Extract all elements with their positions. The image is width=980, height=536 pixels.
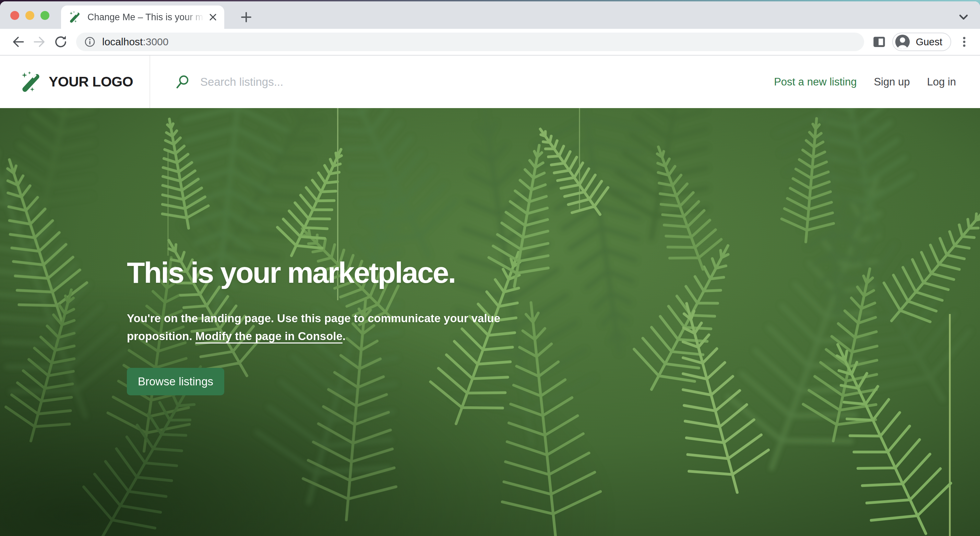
- search-area: [150, 56, 774, 108]
- profile-label: Guest: [916, 37, 942, 48]
- back-button[interactable]: [10, 34, 26, 50]
- reload-icon: [54, 35, 68, 49]
- forward-button[interactable]: [32, 34, 47, 50]
- hero-subtitle: You're on the landing page. Use this pag…: [127, 309, 501, 345]
- logo-text: YOUR LOGO: [49, 74, 133, 90]
- back-arrow-icon: [11, 35, 25, 49]
- browse-listings-button[interactable]: Browse listings: [127, 368, 224, 395]
- tab-strip: Change Me – This is your marke: [0, 2, 980, 29]
- window-zoom-button[interactable]: [40, 11, 49, 20]
- modify-page-console-link[interactable]: Modify the page in Console: [196, 330, 342, 343]
- marketplace-header: YOUR LOGO Post a new listing Sign up Log…: [0, 56, 980, 108]
- plus-icon: [240, 11, 252, 23]
- info-circle-icon[interactable]: [84, 37, 95, 47]
- browser-tab[interactable]: Change Me – This is your marke: [61, 5, 224, 29]
- window-close-button[interactable]: [10, 11, 19, 20]
- browser-window: Change Me – This is your marke: [0, 2, 980, 536]
- hero-section: This is your marketplace. You're on the …: [0, 108, 980, 536]
- chevron-down-icon: [958, 11, 970, 23]
- tab-title: Change Me – This is your marke: [88, 12, 208, 22]
- new-tab-button[interactable]: [237, 8, 255, 26]
- url-host: localhost: [102, 36, 143, 47]
- reload-button[interactable]: [53, 34, 68, 50]
- kebab-menu-icon: [958, 36, 970, 48]
- window-minimize-button[interactable]: [25, 11, 34, 20]
- sign-up-link[interactable]: Sign up: [874, 76, 910, 88]
- side-panel-icon: [872, 35, 886, 49]
- profile-chip[interactable]: Guest: [892, 33, 951, 51]
- logo-link[interactable]: YOUR LOGO: [0, 56, 150, 108]
- log-in-link[interactable]: Log in: [927, 76, 956, 88]
- header-nav: Post a new listing Sign up Log in: [774, 56, 980, 108]
- tab-favicon-wand-icon: [68, 11, 81, 23]
- search-icon: [175, 74, 191, 90]
- browser-menu-button[interactable]: [956, 34, 972, 50]
- traffic-lights: [10, 11, 49, 20]
- tab-search-button[interactable]: [955, 9, 972, 26]
- avatar-icon: [895, 34, 910, 50]
- forward-arrow-icon: [32, 35, 47, 49]
- hero-content: This is your marketplace. You're on the …: [127, 256, 501, 395]
- url-text: localhost:3000: [102, 36, 169, 48]
- url-port: :3000: [143, 36, 169, 47]
- side-panel-button[interactable]: [871, 34, 888, 50]
- post-new-listing-link[interactable]: Post a new listing: [774, 76, 857, 88]
- hero-title: This is your marketplace.: [127, 256, 501, 290]
- hero-subtitle-period: .: [342, 330, 346, 343]
- browser-toolbar: localhost:3000 Guest: [0, 29, 980, 56]
- logo-wand-icon: [20, 71, 42, 93]
- search-input[interactable]: [200, 75, 447, 89]
- address-bar[interactable]: localhost:3000: [76, 33, 864, 51]
- tab-close-icon[interactable]: [208, 12, 218, 22]
